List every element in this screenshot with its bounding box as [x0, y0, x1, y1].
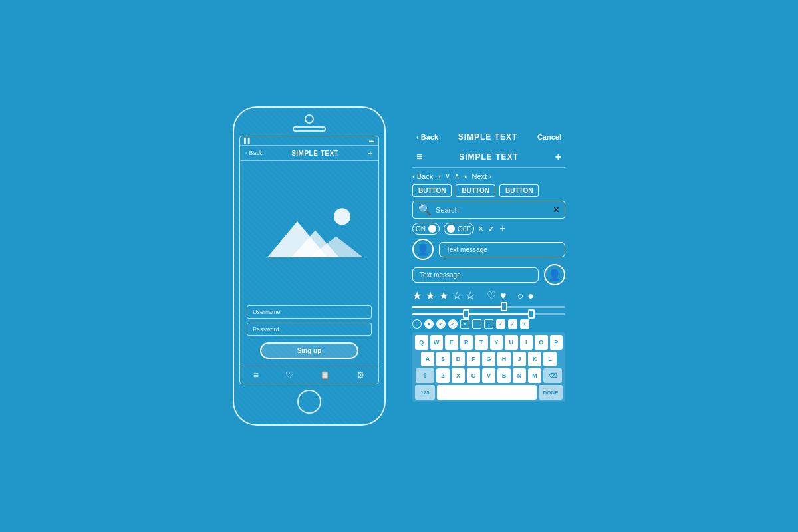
key-done[interactable]: DONE — [539, 385, 563, 400]
key-P[interactable]: P — [550, 335, 563, 350]
key-L[interactable]: L — [543, 352, 557, 366]
navbar3-next-button[interactable]: Next › — [471, 172, 491, 180]
checkbox-x[interactable]: × — [520, 319, 529, 329]
search-input[interactable] — [436, 206, 549, 214]
button-1[interactable]: BUTTON — [412, 184, 452, 197]
key-C[interactable]: C — [467, 368, 480, 383]
star-filled-3[interactable]: ★ — [439, 289, 448, 302]
phone-tab-bar: ≡ ♡ 📋 ⚙ — [240, 366, 378, 384]
key-I[interactable]: I — [520, 335, 533, 350]
password-field[interactable]: Password — [247, 323, 372, 336]
radio-empty[interactable] — [412, 319, 422, 329]
navbar3-prev-prev-button[interactable]: « — [437, 172, 441, 180]
heart-empty[interactable]: ♡ — [487, 289, 496, 302]
phone-hero-image — [245, 203, 373, 263]
radio-filled[interactable]: ● — [424, 319, 434, 329]
action-check-icon[interactable]: ✓ — [487, 223, 495, 234]
navbar-type3: ‹ Back « ∨ ∧ » Next › — [412, 172, 565, 180]
phone-screen: ▌▌ ▬ ‹ Back SIMPLE TEXT + — [239, 136, 379, 384]
key-W[interactable]: W — [430, 335, 444, 350]
navbar3-back-button[interactable]: ‹ Back — [412, 172, 433, 180]
navbar2-add-button[interactable]: + — [555, 151, 561, 163]
radio-check[interactable]: ✓ — [436, 319, 446, 329]
key-M[interactable]: M — [528, 368, 541, 383]
key-N[interactable]: N — [513, 368, 526, 383]
key-F[interactable]: F — [467, 352, 480, 366]
toggle-off[interactable]: OFF — [444, 223, 474, 235]
key-Q[interactable]: Q — [415, 335, 428, 350]
toggles-row: ON OFF × ✓ + — [412, 223, 565, 235]
battery-icon: ▬ — [369, 138, 374, 144]
key-Y[interactable]: Y — [490, 335, 503, 350]
key-O[interactable]: O — [535, 335, 548, 350]
slider-2-track[interactable] — [412, 313, 565, 315]
navbar1-cancel-button[interactable]: Cancel — [537, 133, 561, 141]
action-x-icon[interactable]: × — [478, 223, 483, 234]
slider-2-thumb-right[interactable] — [528, 309, 535, 319]
key-123[interactable]: 123 — [415, 385, 435, 400]
key-R[interactable]: R — [460, 335, 473, 350]
key-H[interactable]: H — [497, 352, 511, 366]
button-3[interactable]: BUTTON — [499, 184, 539, 197]
signup-button[interactable]: Sing up — [260, 342, 358, 359]
star-empty-4[interactable]: ☆ — [452, 289, 462, 302]
navbar1-back-button[interactable]: ‹ Back — [416, 133, 438, 141]
phone-image-area — [240, 161, 378, 305]
key-B[interactable]: B — [497, 368, 511, 383]
tab-heart-icon[interactable]: ♡ — [285, 370, 294, 380]
toggle-on[interactable]: ON — [412, 223, 440, 235]
key-D[interactable]: D — [452, 352, 465, 366]
checkbox-check-filled[interactable]: ✓ — [508, 319, 517, 329]
heart-filled[interactable]: ♥ — [500, 290, 507, 302]
key-U[interactable]: U — [505, 335, 518, 350]
key-A[interactable]: A — [421, 352, 434, 366]
star-empty-5[interactable]: ☆ — [466, 289, 475, 302]
slider-2-thumb-left[interactable] — [463, 309, 469, 319]
comment-empty[interactable]: ○ — [517, 290, 524, 302]
slider-1-thumb[interactable] — [501, 302, 507, 311]
key-E[interactable]: E — [445, 335, 458, 350]
navbar3-up-button[interactable]: ∧ — [454, 172, 460, 180]
avatar-left: 👤 — [412, 239, 434, 260]
button-2[interactable]: BUTTON — [456, 184, 495, 197]
key-S[interactable]: S — [436, 352, 450, 366]
comment-filled[interactable]: ● — [527, 290, 534, 302]
key-T[interactable]: T — [475, 335, 488, 350]
navbar3-down-button[interactable]: ∨ — [445, 172, 450, 180]
phone-form: Username Password Sing up — [240, 305, 378, 366]
slider-1-track[interactable] — [412, 306, 565, 308]
navbar2-menu-icon[interactable]: ≡ — [416, 151, 422, 163]
key-J[interactable]: J — [513, 352, 526, 366]
key-G[interactable]: G — [482, 352, 495, 366]
toggle-off-label: OFF — [458, 225, 471, 233]
key-backspace[interactable]: ⌫ — [543, 368, 562, 383]
tab-note-icon[interactable]: 📋 — [320, 370, 330, 380]
checkbox-empty[interactable]: × — [460, 319, 469, 329]
username-field[interactable]: Username — [247, 305, 372, 319]
checkbox-check[interactable]: ✓ — [496, 319, 505, 329]
key-V[interactable]: V — [482, 368, 495, 383]
phone-back-button[interactable]: ‹ Back — [245, 150, 263, 156]
checkbox-sq-outline[interactable] — [484, 319, 493, 329]
star-filled-1[interactable]: ★ — [412, 289, 422, 302]
key-shift[interactable]: ⇧ — [416, 368, 434, 383]
search-bar[interactable]: 🔍 × — [412, 201, 565, 219]
action-plus-icon[interactable]: + — [499, 223, 505, 235]
checkbox-sq-empty[interactable] — [472, 319, 481, 329]
phone-add-button[interactable]: + — [368, 148, 373, 158]
tab-gear-icon[interactable]: ⚙ — [356, 370, 365, 380]
keyboard-row-4: 123 DONE — [415, 385, 563, 400]
radio-check-filled[interactable]: ✓ — [448, 319, 458, 329]
key-space[interactable] — [437, 385, 537, 400]
navbar3-next-next-button[interactable]: » — [464, 172, 467, 180]
toggle-off-circle — [447, 225, 455, 233]
buttons-row: BUTTON BUTTON BUTTON — [412, 184, 565, 197]
key-X[interactable]: X — [452, 368, 465, 383]
phone-home-button[interactable] — [297, 390, 321, 414]
search-clear-button[interactable]: × — [553, 204, 559, 216]
message-bubble-right: Text message — [412, 267, 539, 283]
key-K[interactable]: K — [528, 352, 541, 366]
tab-menu-icon[interactable]: ≡ — [253, 370, 259, 380]
star-filled-2[interactable]: ★ — [426, 289, 435, 302]
key-Z[interactable]: Z — [436, 368, 450, 383]
